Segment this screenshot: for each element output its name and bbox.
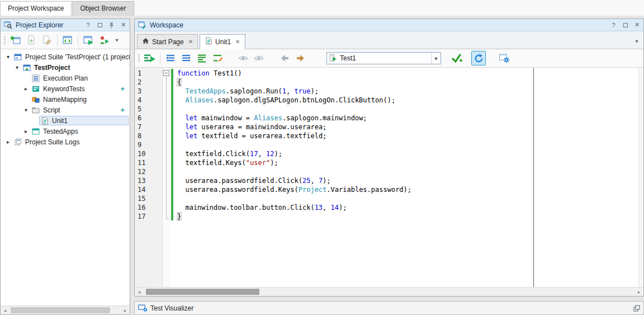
chevron-down-icon[interactable]: ▾ (4, 54, 12, 60)
scrollbar-thumb[interactable] (11, 307, 110, 313)
scroll-left-icon[interactable]: ◂ (135, 288, 144, 296)
code-line[interactable]: let textfield = userarea.textfield; (177, 131, 638, 140)
editor-hscrollbar[interactable]: ◂ ▸ (135, 287, 643, 296)
navigate-forward-button[interactable] (293, 51, 307, 65)
check-syntax-button[interactable] (450, 51, 465, 65)
tree-item-namemapping[interactable]: NameMapping (1, 94, 130, 105)
pin-button[interactable] (107, 21, 116, 29)
chevron-down-icon[interactable]: ▾ (13, 64, 21, 70)
add-item-button[interactable]: + (120, 84, 125, 93)
close-tab-icon[interactable]: ✕ (235, 39, 240, 45)
code-line[interactable]: { (177, 78, 638, 87)
toolbar-grip[interactable] (3, 35, 6, 45)
doc-tab-start-page[interactable]: Start Page✕ (137, 34, 198, 49)
top-tab-object-browser[interactable]: Object Browser (72, 1, 134, 16)
code-line[interactable] (177, 167, 638, 176)
code-line[interactable]: textfield.Click(17, 12); (177, 149, 638, 158)
code-line[interactable]: TestedApps.saplogon.Run(1, true); (177, 87, 638, 96)
close-button[interactable]: ✕ (119, 21, 127, 29)
code-line[interactable]: mainwindow.toolbar.button.Click(13, 14); (177, 203, 638, 212)
add-item-button[interactable]: + (120, 106, 125, 114)
tree-item-execution-plan[interactable]: Execution Plan (1, 73, 130, 83)
scrollbar-thumb[interactable] (146, 289, 259, 295)
scroll-right-icon[interactable]: ▸ (634, 288, 643, 296)
fold-collapse-icon[interactable]: − (163, 70, 169, 76)
chevron-right-icon[interactable]: ▸ (22, 128, 30, 134)
code-line[interactable]: let mainwindow = Aliases.saplogon.mainwi… (177, 114, 638, 123)
project-explorer-hscrollbar[interactable]: ◂ ▸ (1, 305, 130, 314)
maximize-button[interactable] (621, 21, 629, 29)
scroll-left-icon[interactable]: ◂ (1, 306, 10, 314)
organize-project-items-button[interactable] (60, 33, 75, 48)
chevron-right-icon[interactable]: ▸ (4, 139, 12, 145)
navigate-back-button[interactable] (277, 51, 292, 65)
code-line[interactable]: function Test1() (177, 69, 638, 78)
help-button[interactable]: ? (609, 21, 618, 29)
tree-item-label: TestProject (34, 64, 70, 72)
doc-tab-unit1[interactable]: Unit1✕ (200, 34, 245, 49)
tree-item-content[interactable]: Project Suite Logs (12, 137, 129, 147)
code-editor[interactable]: 1234567891011121314151617 − function Tes… (135, 68, 643, 287)
code-line[interactable] (177, 105, 638, 114)
editor-vscrollbar[interactable] (638, 68, 643, 287)
code-line[interactable]: userarea.passwordfield.Click(25, 7); (177, 176, 638, 185)
test-selector[interactable]: Test1 ▾ (326, 52, 441, 64)
tree-item-project-suite-logs[interactable]: ▸Project Suite Logs (1, 137, 130, 147)
toolbar-options-dropdown[interactable]: ▾ (112, 33, 121, 48)
line-number: 13 (135, 176, 162, 185)
tree-item-keywordtests[interactable]: ▸KeywordTests+ (1, 83, 130, 94)
indent-lines-button[interactable] (179, 51, 193, 65)
add-item-button[interactable] (24, 33, 39, 48)
code-line[interactable]: Aliases.saplogon.dlgSAPLogon.btnLogOn.Cl… (177, 96, 638, 105)
code-lines[interactable]: function Test1(){ TestedApps.saplogon.Ru… (174, 68, 638, 287)
code-line[interactable]: textfield.Keys("user"); (177, 158, 638, 167)
close-tab-icon[interactable]: ✕ (188, 39, 193, 45)
run-project-button[interactable] (81, 33, 96, 48)
tree-item-testproject[interactable]: ▾TestProject (1, 62, 130, 73)
tree-item-content[interactable]: KeywordTests+ (30, 84, 129, 93)
close-button[interactable]: ✕ (633, 21, 641, 29)
tree-item-content[interactable]: NameMapping (30, 95, 129, 104)
new-project-suite-button[interactable] (8, 33, 23, 48)
fold-line (166, 77, 167, 219)
tree-item-content[interactable]: TestProject (21, 63, 129, 72)
outdent-lines-button[interactable] (163, 51, 178, 65)
refresh-button[interactable] (471, 51, 486, 65)
tree-item-project-suite-testproject-1-project[interactable]: ▾Project Suite 'TestProject' (1 project) (1, 51, 130, 62)
visualizer-disable-button[interactable] (252, 51, 266, 65)
maximize-icon (623, 23, 628, 27)
help-button[interactable]: ? (84, 21, 92, 29)
scroll-right-icon[interactable]: ▸ (121, 306, 130, 314)
tree-item-content[interactable]: TestedApps (30, 126, 129, 136)
run-with-profiling-button[interactable] (97, 33, 111, 48)
tree-item-script[interactable]: ▾Script+ (1, 105, 130, 115)
top-tab-project-workspace[interactable]: Project Workspace (0, 1, 72, 16)
chevron-down-icon[interactable]: ▾ (22, 107, 30, 113)
run-routine-button[interactable] (143, 51, 157, 65)
tab-list-dropdown[interactable]: ▾ (632, 38, 641, 44)
maximize-button[interactable] (96, 21, 104, 29)
word-wrap-button[interactable] (210, 51, 225, 65)
code-line[interactable]: } (177, 212, 638, 221)
format-code-button[interactable] (195, 51, 209, 65)
code-line[interactable] (177, 194, 638, 203)
tree-item-unit1[interactable]: Unit1 (1, 115, 130, 126)
code-line[interactable]: userarea.passwordfield.Keys(Project.Vari… (177, 185, 638, 194)
tree-item-testedapps[interactable]: ▸TestedApps (1, 126, 130, 137)
tree-item-content[interactable]: Project Suite 'TestProject' (1 project) (12, 52, 130, 62)
tree-item-content[interactable]: Unit1 (39, 116, 129, 125)
toolbar-grip[interactable] (137, 53, 140, 63)
visualizer-frames-button[interactable] (236, 51, 250, 65)
float-panel-button[interactable] (633, 305, 640, 312)
tree-item-content[interactable]: Execution Plan (30, 73, 129, 83)
project-explorer-header: Project Explorer ? ✕ (1, 19, 130, 31)
edit-item-button[interactable] (40, 33, 54, 48)
tree-item-content[interactable]: Script+ (30, 105, 129, 115)
code-line[interactable]: let userarea = mainwindow.userarea; (177, 123, 638, 131)
unit-icon (205, 37, 212, 46)
editor-settings-button[interactable] (497, 51, 512, 65)
test-visualizer-bar[interactable]: Test Visualizer (134, 301, 644, 315)
chevron-right-icon[interactable]: ▸ (22, 86, 30, 92)
code-line[interactable] (177, 140, 638, 149)
chevron-down-icon[interactable]: ▾ (431, 53, 441, 64)
